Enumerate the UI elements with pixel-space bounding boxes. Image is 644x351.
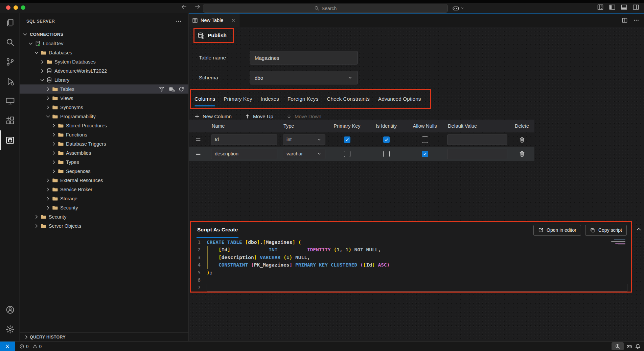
customize-layout-icon[interactable] — [597, 4, 604, 10]
tab-new-table[interactable]: New Table — [189, 14, 239, 27]
minimize-window-button[interactable] — [14, 5, 18, 10]
tree-item-assemblies[interactable]: Assemblies — [20, 148, 188, 157]
designer-tab-columns[interactable]: Columns — [194, 90, 215, 108]
tree-item-types[interactable]: Types — [20, 157, 188, 167]
navigate-back-icon[interactable] — [181, 3, 187, 10]
activity-extensions[interactable] — [0, 111, 19, 130]
tree-item-stored-procedures[interactable]: Stored Procedures — [20, 121, 188, 130]
activity-explorer[interactable] — [0, 13, 19, 32]
tree-item-connections[interactable]: CONNECTIONS — [20, 30, 188, 39]
toolbar-move-down[interactable]: Move Down — [286, 114, 321, 119]
designer-tab-check-constraints[interactable]: Check Constraints — [327, 90, 370, 108]
more-editor-actions-icon[interactable] — [633, 17, 639, 23]
warnings-icon — [32, 344, 38, 349]
publish-button[interactable]: Publish — [198, 32, 227, 39]
tree-item-views[interactable]: Views — [20, 94, 188, 103]
tree-item-external-resources[interactable]: External Resources — [20, 176, 188, 185]
remote-indicator[interactable] — [0, 342, 15, 351]
table-name-input[interactable]: Magazines — [250, 51, 358, 65]
tree-item-security[interactable]: Security — [20, 212, 188, 221]
tree-item-service-broker[interactable]: Service Broker — [20, 185, 188, 194]
tree-item-adventureworkslt2022[interactable]: AdventureWorksLT2022 — [20, 66, 188, 75]
query-history-section[interactable]: QUERY HISTORY — [20, 332, 188, 341]
activity-settings[interactable] — [0, 320, 19, 339]
column-type-select[interactable]: varchar — [283, 149, 325, 159]
open-in-editor-button[interactable]: Open in editor — [533, 225, 581, 236]
schema-select[interactable]: dbo — [250, 71, 358, 84]
toggle-sidebar-icon[interactable] — [609, 4, 616, 10]
command-center-search[interactable]: Search — [203, 4, 448, 13]
tree-item-synonyms[interactable]: Synonyms — [20, 103, 188, 112]
grid-header-is-identity: Is Identity — [367, 123, 405, 129]
allow-nulls-checkbox[interactable] — [422, 151, 428, 157]
script-as-create-tab[interactable]: Script As Create — [197, 222, 238, 238]
toggle-secondary-sidebar-icon[interactable] — [632, 4, 639, 10]
minimap-line — [618, 245, 625, 245]
delete-row-icon[interactable] — [519, 136, 525, 143]
activity-source-control[interactable] — [0, 52, 19, 72]
line-number: 5 — [191, 269, 207, 276]
activity-search[interactable] — [0, 32, 19, 52]
delete-row-icon[interactable] — [519, 151, 525, 157]
tree-item-storage[interactable]: Storage — [20, 194, 188, 203]
schema-label: Schema — [199, 75, 250, 81]
activity-sql-server[interactable] — [0, 130, 19, 150]
designer-tab-advanced-options[interactable]: Advanced Options — [378, 90, 421, 108]
more-actions-icon[interactable] — [176, 18, 182, 24]
remote-icon — [5, 344, 10, 349]
toolbar-new-column[interactable]: New Column — [194, 114, 232, 119]
minimap[interactable] — [611, 240, 625, 245]
toolbar-move-up[interactable]: Move Up — [245, 114, 273, 119]
table-plus-icon[interactable] — [168, 86, 175, 92]
is-identity-checkbox[interactable] — [383, 151, 390, 157]
default-value-input[interactable] — [447, 149, 507, 159]
close-tab-icon[interactable] — [231, 18, 236, 23]
filter-icon[interactable] — [159, 86, 165, 92]
is-identity-checkbox[interactable] — [383, 136, 390, 143]
refresh-icon[interactable] — [178, 86, 184, 92]
navigate-forward-icon[interactable] — [194, 3, 201, 10]
split-editor-icon[interactable] — [622, 17, 628, 23]
drag-handle-icon[interactable] — [195, 151, 201, 157]
copilot-status-icon[interactable] — [626, 344, 632, 349]
close-window-button[interactable] — [6, 5, 10, 10]
tree-item-security[interactable]: Security — [20, 203, 188, 212]
copy-script-button[interactable]: Copy script — [585, 225, 627, 236]
notifications-bell-icon[interactable] — [635, 344, 641, 349]
tree-item-system-databases[interactable]: System Databases — [20, 57, 188, 66]
divider — [189, 45, 644, 45]
drag-handle-icon[interactable] — [195, 136, 201, 143]
problems-status[interactable]: 0 0 — [19, 344, 42, 349]
zoom-status-button[interactable] — [612, 342, 624, 350]
toggle-panel-icon[interactable] — [621, 4, 627, 10]
code-line-5: 5 ); — [191, 269, 631, 276]
schema-row: Schema dbo — [199, 71, 358, 84]
vscode-window: Search SQL SERVER — [0, 0, 644, 351]
activity-run-debug[interactable] — [0, 72, 19, 91]
allow-nulls-checkbox[interactable] — [422, 136, 428, 143]
activity-accounts[interactable] — [0, 300, 19, 320]
primary-key-checkbox[interactable] — [344, 151, 350, 157]
designer-tab-foreign-keys[interactable]: Foreign Keys — [288, 90, 318, 108]
copilot-menu[interactable] — [452, 4, 464, 12]
default-value-input[interactable] — [447, 134, 507, 145]
column-type-select[interactable]: int — [283, 134, 325, 145]
tree-item-localdev[interactable]: LocalDev — [20, 39, 188, 48]
tree-item-databases[interactable]: Databases — [20, 48, 188, 57]
tree-item-server-objects[interactable]: Server Objects — [20, 221, 188, 230]
maximize-window-button[interactable] — [21, 5, 25, 10]
tree-item-library[interactable]: Library — [20, 75, 188, 84]
column-name-input[interactable]: description — [211, 149, 277, 159]
tree-item-tables[interactable]: Tables — [20, 84, 188, 94]
designer-tab-indexes[interactable]: Indexes — [261, 90, 279, 108]
column-name-input[interactable]: Id — [211, 134, 277, 145]
sql-code-editor[interactable]: 1 CREATE TABLE [dbo].[Magazines] ( 2 [Id… — [191, 239, 631, 292]
tree-item-database-triggers[interactable]: Database Triggers — [20, 139, 188, 148]
tree-item-functions[interactable]: Functions — [20, 130, 188, 139]
activity-remote-explorer[interactable] — [0, 91, 19, 111]
tree-item-programmability[interactable]: Programmability — [20, 112, 188, 121]
tree-item-sequences[interactable]: Sequences — [20, 167, 188, 176]
primary-key-checkbox[interactable] — [344, 136, 350, 143]
designer-tab-primary-key[interactable]: Primary Key — [224, 90, 252, 108]
collapse-panel-icon[interactable] — [636, 226, 642, 232]
